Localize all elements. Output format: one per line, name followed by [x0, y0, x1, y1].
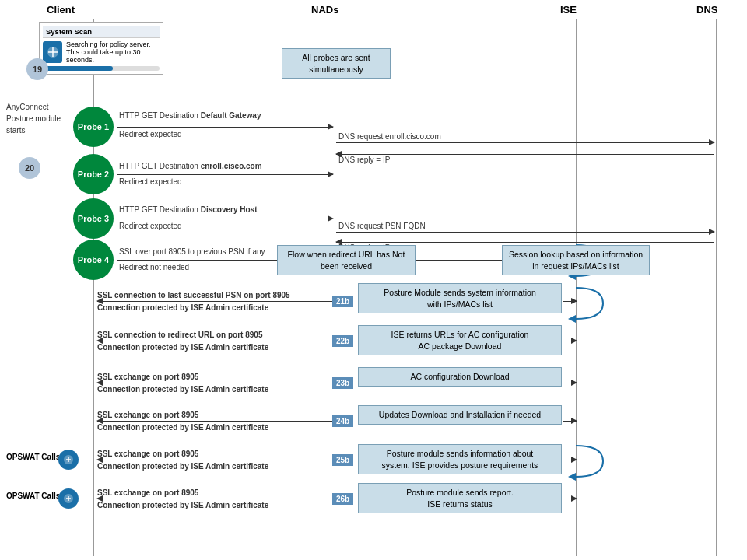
scan-title: System Scan	[43, 26, 160, 38]
probe4-sub: Redirect not needed	[119, 263, 189, 271]
anyconnect-label: AnyConnect Posture module starts	[6, 101, 61, 136]
arrow-23b-label2: Connection protected by ISE Admin certif…	[97, 385, 268, 394]
diagram: Client NADs ISE DNS System Scan Searchin…	[0, 0, 747, 560]
arrow-22b-label1: SSL connection to redirect URL on port 8…	[97, 331, 262, 339]
arrow-21b-label1: SSL connection to last successful PSN on…	[97, 291, 290, 299]
vline-client	[93, 19, 94, 556]
flow-box: Flow when redirect URL has Not been rece…	[277, 245, 416, 275]
probe1-sub: Redirect expected	[119, 130, 182, 138]
curve-arrow-2	[560, 284, 607, 323]
arrow-22b-label2: Connection protected by ISE Admin certif…	[97, 343, 268, 352]
arrow-probe1-right	[117, 127, 333, 128]
session-box: Session lookup based on information in r…	[502, 245, 650, 275]
all-probes-box: All probes are sent simultaneously	[282, 48, 391, 79]
arrow-25b	[97, 460, 333, 460]
header-dns: DNS	[696, 4, 717, 16]
probe-3: Probe 3	[73, 198, 114, 239]
box-25b: Posture module sends information aboutsy…	[358, 444, 562, 474]
step-23b: 23b	[332, 377, 353, 389]
dns-label1: DNS request enroll.cisco.com	[338, 132, 441, 141]
scan-text: Searching for policy server. This could …	[66, 40, 160, 64]
probe-2: Probe 2	[73, 154, 114, 194]
dns-arrow2	[336, 154, 714, 155]
probe2-label: HTTP GET Destination enroll.cisco.com	[119, 162, 262, 170]
box-23b: AC configuration Download	[358, 367, 562, 387]
curve-arrow-3	[560, 442, 607, 481]
arrow-23b-ise	[563, 383, 577, 383]
vline-dns	[716, 19, 717, 556]
opswat-icon-1	[58, 450, 79, 470]
dns-arrow4	[336, 242, 714, 243]
box-26b: Posture module sends report.ISE returns …	[358, 483, 562, 513]
step-26b: 26b	[332, 493, 353, 505]
arrow-24b-ise	[563, 421, 577, 422]
header-client: Client	[47, 4, 75, 16]
arrow-21b-label2: Connection protected by ISE Admin certif…	[97, 303, 268, 312]
scan-box: System Scan Searching for policy server.…	[39, 22, 163, 75]
probe-4: Probe 4	[73, 240, 114, 280]
probe2-sub: Redirect expected	[119, 177, 182, 186]
probe1-label: HTTP GET Destination Default Gateway	[119, 111, 261, 120]
arrow-21b	[97, 301, 333, 302]
arrow-26b-label1: SSL exchange on port 8905	[97, 488, 198, 497]
step-21b: 21b	[332, 296, 353, 307]
arrow-probe2-right	[117, 174, 333, 175]
arrow-26b-label2: Connection protected by ISE Admin certif…	[97, 501, 268, 509]
anyconnect-icon-scan	[43, 41, 62, 63]
step-22b: 22b	[332, 335, 353, 347]
arrow-24b-label2: Connection protected by ISE Admin certif…	[97, 423, 268, 432]
box-24b: Updates Download and Installation if nee…	[358, 405, 562, 425]
box-21b: Posture Module sends system informationw…	[358, 283, 562, 313]
step-24b: 24b	[332, 415, 353, 427]
arrow-23b-label1: SSL exchange on port 8905	[97, 373, 198, 381]
vline-nads	[335, 19, 335, 556]
dns-arrow3	[336, 232, 714, 233]
dns-label2: DNS reply = IP	[338, 156, 390, 164]
step-25b: 25b	[332, 454, 353, 466]
box-22b: ISE returns URLs for AC configurationAC …	[358, 325, 562, 355]
svg-marker-4	[568, 473, 576, 481]
arrow-22b-ise	[563, 341, 577, 341]
probe3-sub: Redirect expected	[119, 222, 182, 230]
arrow-24b-label1: SSL exchange on port 8905	[97, 411, 198, 419]
num-20: 20	[19, 157, 40, 179]
header-nads: NADs	[311, 4, 338, 16]
header-ise: ISE	[560, 4, 577, 16]
svg-marker-2	[568, 315, 576, 323]
arrow-probe3-right	[117, 219, 333, 219]
arrow-25b-label2: Connection protected by ISE Admin certif…	[97, 462, 268, 471]
arrow-26b	[97, 499, 333, 499]
arrow-26b-ise	[563, 499, 577, 499]
opswat-icon-2	[58, 488, 79, 509]
probe3-label: HTTP GET Destination Discovery Host	[119, 205, 257, 214]
arrow-25b-label1: SSL exchange on port 8905	[97, 450, 198, 458]
dns-arrow1	[336, 142, 714, 143]
probe4-label: SSL over port 8905 to previous PSN if an…	[119, 247, 265, 256]
opswat-label-1: OPSWAT Calls	[6, 453, 60, 461]
dns-label3: DNS request PSN FQDN	[338, 222, 426, 230]
arrow-23b	[97, 383, 333, 383]
probe-1: Probe 1	[73, 107, 114, 147]
num-19: 19	[26, 58, 48, 80]
arrow-22b	[97, 341, 333, 341]
progress-bar	[43, 66, 160, 71]
arrow-24b	[97, 421, 333, 422]
opswat-label-2: OPSWAT Calls	[6, 492, 60, 500]
